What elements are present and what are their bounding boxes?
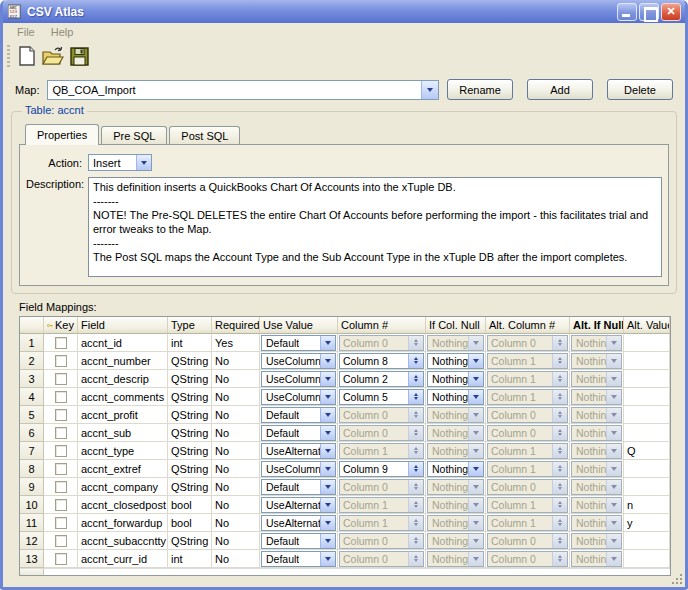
key-checkbox[interactable]: [55, 355, 67, 367]
chevron-down-icon: [320, 534, 335, 548]
if-col-null-combo[interactable]: Nothing: [427, 371, 484, 387]
field-mappings-table: KeyFieldTypeRequiredUse ValueColumn #If …: [19, 316, 671, 576]
use-value-combo[interactable]: Default: [261, 479, 336, 495]
row-number[interactable]: 6: [20, 424, 44, 442]
alt-value-cell[interactable]: [624, 370, 670, 388]
alt-value-cell[interactable]: n: [624, 496, 670, 514]
key-checkbox[interactable]: [55, 391, 67, 403]
key-checkbox[interactable]: [55, 463, 67, 475]
row-number[interactable]: 11: [20, 514, 44, 532]
alt-value-cell[interactable]: Q: [624, 442, 670, 460]
description-textarea[interactable]: This definition inserts a QuickBooks Cha…: [88, 177, 662, 277]
row-number[interactable]: 1: [20, 334, 44, 352]
alt-value-cell[interactable]: [624, 352, 670, 370]
column-number-spinner[interactable]: Column 8: [339, 353, 424, 369]
use-value-combo[interactable]: Default: [261, 425, 336, 441]
key-checkbox[interactable]: [55, 517, 67, 529]
row-number[interactable]: 9: [20, 478, 44, 496]
use-value-combo[interactable]: Default: [261, 533, 336, 549]
use-value-combo[interactable]: UseAlternate: [261, 497, 336, 513]
row-number[interactable]: 10: [20, 496, 44, 514]
use-value-combo[interactable]: Default: [261, 335, 336, 351]
open-file-button[interactable]: [40, 43, 66, 69]
alt-value-cell[interactable]: [624, 388, 670, 406]
key-checkbox[interactable]: [55, 553, 67, 565]
column-header[interactable]: Key: [44, 317, 78, 334]
delete-button[interactable]: Delete: [607, 79, 673, 100]
minimize-button[interactable]: [617, 3, 637, 21]
key-checkbox[interactable]: [55, 499, 67, 511]
toolbar-drag-handle[interactable]: [7, 45, 10, 67]
alt-value-cell[interactable]: [624, 424, 670, 442]
if-col-null-combo: Nothing: [427, 335, 484, 351]
use-value-combo[interactable]: UseAlternate: [261, 443, 336, 459]
row-number[interactable]: 3: [20, 370, 44, 388]
column-header[interactable]: Alt. If Null: [570, 317, 624, 334]
use-value-combo[interactable]: Default: [261, 551, 336, 567]
column-number-spinner[interactable]: Column 5: [339, 389, 424, 405]
add-button[interactable]: Add: [527, 79, 593, 100]
menu-help[interactable]: Help: [43, 25, 82, 39]
column-number-spinner[interactable]: Column 9: [339, 461, 424, 477]
alt-value-cell[interactable]: [624, 334, 670, 352]
alt-value-cell[interactable]: [624, 550, 670, 568]
use-value-combo[interactable]: Default: [261, 407, 336, 423]
resize-grip[interactable]: [670, 572, 682, 584]
svg-text:XYZ: XYZ: [9, 14, 17, 19]
row-number[interactable]: 2: [20, 352, 44, 370]
use-value-combo[interactable]: UseColumn: [261, 461, 336, 477]
row-number[interactable]: 12: [20, 532, 44, 550]
alt-value-cell[interactable]: [624, 532, 670, 550]
key-checkbox[interactable]: [55, 373, 67, 385]
alt-column-number-spinner: Column 1: [487, 497, 568, 513]
if-col-null-combo[interactable]: Nothing: [427, 389, 484, 405]
key-checkbox[interactable]: [55, 445, 67, 457]
column-header[interactable]: Use Value: [260, 317, 338, 334]
titlebar[interactable]: ABC 123 XYZ CSV Atlas: [3, 0, 685, 23]
row-number[interactable]: 13: [20, 550, 44, 568]
alt-value-cell[interactable]: [624, 460, 670, 478]
tab-pre-sql[interactable]: Pre SQL: [101, 126, 167, 145]
rename-button[interactable]: Rename: [447, 79, 513, 100]
alt-value-cell[interactable]: y: [624, 514, 670, 532]
maximize-button[interactable]: [639, 3, 659, 21]
column-number-spinner[interactable]: Column 2: [339, 371, 424, 387]
row-number[interactable]: 5: [20, 406, 44, 424]
key-checkbox[interactable]: [55, 427, 67, 439]
column-header[interactable]: Type: [168, 317, 212, 334]
column-header[interactable]: Field: [78, 317, 168, 334]
table-row: 11accnt_forwardupboolNoUseAlternateColum…: [20, 514, 670, 532]
tab-post-sql[interactable]: Post SQL: [169, 126, 240, 145]
alt-value-cell[interactable]: [624, 406, 670, 424]
tab-properties[interactable]: Properties: [25, 124, 99, 145]
chevron-down-icon: [320, 480, 335, 494]
use-value-combo[interactable]: UseColumn: [261, 353, 336, 369]
key-checkbox[interactable]: [55, 409, 67, 421]
use-value-combo[interactable]: UseColumn: [261, 371, 336, 387]
column-header[interactable]: Alt. Column #: [486, 317, 570, 334]
column-header[interactable]: Alt. Value: [624, 317, 670, 334]
row-number[interactable]: 7: [20, 442, 44, 460]
column-header[interactable]: Column #: [338, 317, 426, 334]
row-number[interactable]: 4: [20, 388, 44, 406]
key-checkbox[interactable]: [55, 481, 67, 493]
map-select[interactable]: QB_COA_Import: [47, 80, 439, 100]
close-button[interactable]: [661, 3, 681, 21]
table-row: 9accnt_companyQStringNoDefaultColumn 0No…: [20, 478, 670, 496]
key-checkbox[interactable]: [55, 337, 67, 349]
alt-if-null-combo: Nothing: [571, 443, 622, 459]
save-button[interactable]: [66, 43, 92, 69]
if-col-null-combo[interactable]: Nothing: [427, 461, 484, 477]
column-header[interactable]: If Col. Null: [426, 317, 486, 334]
if-col-null-combo[interactable]: Nothing: [427, 353, 484, 369]
row-number[interactable]: 8: [20, 460, 44, 478]
use-value-combo[interactable]: UseColumn: [261, 389, 336, 405]
key-checkbox[interactable]: [55, 535, 67, 547]
use-value-combo[interactable]: UseAlternate: [261, 515, 336, 531]
column-header[interactable]: Required: [212, 317, 260, 334]
new-file-button[interactable]: [14, 43, 40, 69]
column-header[interactable]: [20, 317, 44, 334]
action-select[interactable]: Insert: [88, 154, 152, 171]
menu-file[interactable]: File: [9, 25, 43, 39]
alt-value-cell[interactable]: [624, 478, 670, 496]
